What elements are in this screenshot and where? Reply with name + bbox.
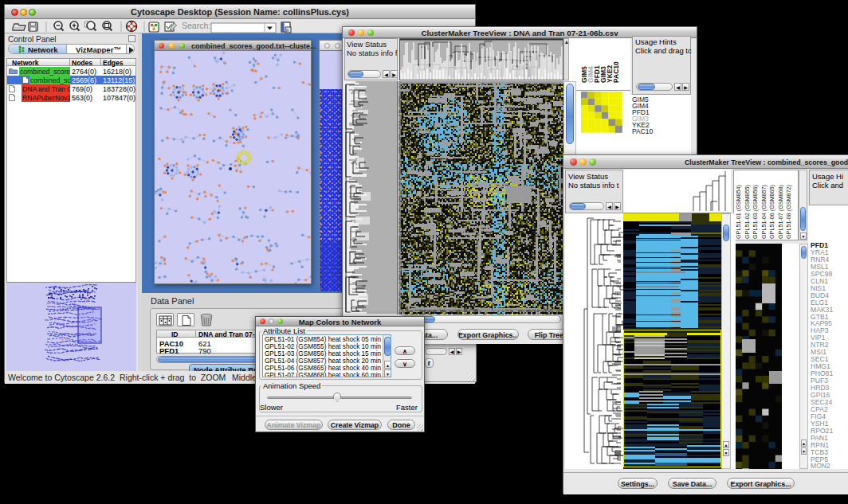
svg-text:GPL51-03 (GSM856): GPL51-03 (GSM856)	[752, 185, 759, 239]
svg-text:Search:: Search:	[182, 21, 210, 30]
svg-text:GPL51-06 (GSM865): GPL51-06 (GSM865)	[768, 185, 775, 239]
svg-text:GPL51-04 (GSM857): GPL51-04 (GSM857)	[760, 185, 768, 239]
svg-text:GPL51-01 (GSM854): GPL51-01 (GSM854)	[735, 185, 742, 239]
svg-text:PAC10: PAC10	[612, 61, 620, 83]
svg-text:GPL51-02 (GSM855): GPL51-02 (GSM855)	[744, 185, 751, 239]
svg-text:GPL51-08 (GSM872): GPL51-08 (GSM872)	[785, 185, 792, 239]
svg-text:GPL51-07 (GSM868): GPL51-07 (GSM868)	[777, 185, 784, 239]
svg-text:MON2: MON2	[811, 462, 830, 469]
